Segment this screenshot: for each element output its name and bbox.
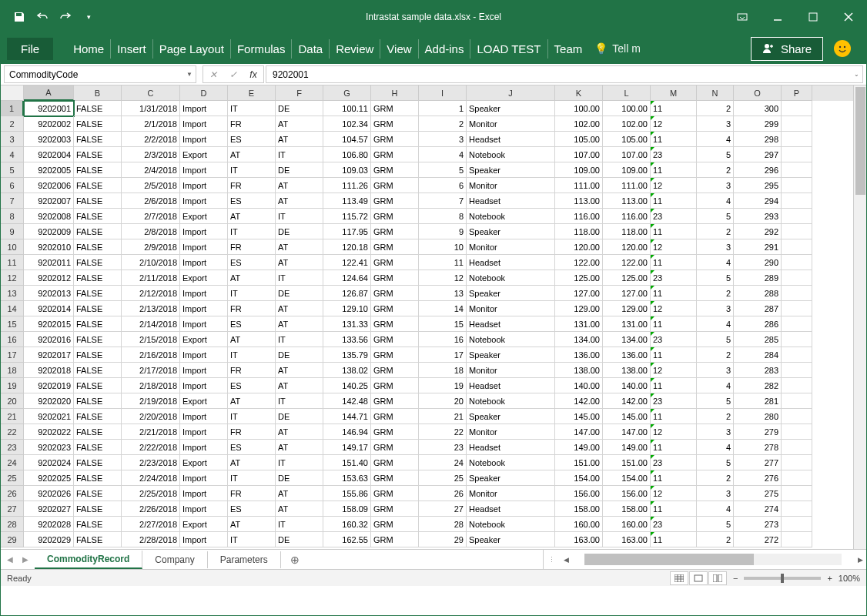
cell[interactable]: 118.00	[603, 224, 651, 239]
scroll-right-button[interactable]: ▶	[854, 556, 866, 564]
column-header-C[interactable]: C	[122, 85, 180, 101]
cell[interactable]: IT	[228, 470, 276, 486]
feedback-button[interactable]	[834, 40, 851, 57]
cell[interactable]: 160.00	[603, 517, 651, 532]
tab-load-test[interactable]: LOAD TEST	[470, 39, 547, 59]
cell[interactable]: GRM	[371, 332, 419, 347]
cell[interactable]: 120.18	[323, 239, 371, 255]
cell[interactable]: FALSE	[74, 116, 122, 132]
cell[interactable]: Speaker	[467, 224, 555, 239]
cell[interactable]: FALSE	[74, 409, 122, 424]
cell[interactable]: GRM	[371, 270, 419, 286]
cell[interactable]: Monitor	[467, 301, 555, 316]
cell[interactable]: Export	[180, 209, 228, 224]
cell[interactable]	[782, 178, 812, 193]
cell[interactable]: 118.00	[555, 224, 603, 239]
cell[interactable]: AT	[276, 116, 323, 132]
cell[interactable]: 9	[419, 224, 467, 239]
cell[interactable]: DE	[276, 224, 323, 239]
cell[interactable]: 16	[419, 332, 467, 347]
cell[interactable]: FR	[228, 178, 276, 193]
cell[interactable]: 5	[697, 332, 734, 347]
cell[interactable]: GRM	[371, 147, 419, 162]
name-box[interactable]: CommodityCode ▼	[4, 65, 196, 83]
cell[interactable]: FALSE	[74, 424, 122, 440]
cell[interactable]: Export	[180, 147, 228, 162]
cell[interactable]: GRM	[371, 363, 419, 378]
cell[interactable]: GRM	[371, 178, 419, 193]
cell[interactable]: GRM	[371, 455, 419, 470]
cell[interactable]: FALSE	[74, 378, 122, 393]
cell[interactable]: GRM	[371, 301, 419, 316]
cell[interactable]: 111.26	[323, 178, 371, 193]
cell[interactable]: Export	[180, 332, 228, 347]
cell[interactable]: GRM	[371, 532, 419, 547]
cell[interactable]: 109.00	[555, 162, 603, 178]
cell[interactable]: 278	[734, 440, 782, 455]
cell[interactable]: 100.00	[555, 101, 603, 116]
cell[interactable]: 2	[697, 409, 734, 424]
cell[interactable]: AT	[276, 301, 323, 316]
row-header[interactable]: 16	[1, 332, 24, 347]
cell[interactable]: 11	[651, 501, 697, 517]
cell[interactable]: Import	[180, 440, 228, 455]
cell[interactable]: Import	[180, 532, 228, 547]
cell[interactable]: DE	[276, 162, 323, 178]
cell[interactable]: Import	[180, 347, 228, 363]
cell[interactable]: GRM	[371, 409, 419, 424]
cell[interactable]: 125.00	[603, 270, 651, 286]
cell[interactable]	[782, 501, 812, 517]
cell[interactable]: GRM	[371, 316, 419, 332]
cell[interactable]: 12	[651, 116, 697, 132]
qat-customize-button[interactable]: ▾	[78, 6, 99, 28]
cell[interactable]: 291	[734, 239, 782, 255]
cell[interactable]: 3	[697, 363, 734, 378]
cell[interactable]: 134.00	[603, 332, 651, 347]
cell[interactable]: FR	[228, 363, 276, 378]
cell[interactable]: 11	[651, 162, 697, 178]
row-header[interactable]: 25	[1, 470, 24, 486]
cell[interactable]: 5	[697, 270, 734, 286]
cell[interactable]: Export	[180, 517, 228, 532]
cell[interactable]: 25	[419, 470, 467, 486]
cell[interactable]: 11	[419, 255, 467, 270]
cell[interactable]: 9202018	[24, 363, 74, 378]
cell[interactable]: 11	[651, 347, 697, 363]
cell[interactable]: IT	[228, 409, 276, 424]
cell[interactable]: 23	[419, 440, 467, 455]
cell[interactable]: 158.00	[603, 501, 651, 517]
cell[interactable]: 289	[734, 270, 782, 286]
cell[interactable]: 104.57	[323, 132, 371, 147]
cell[interactable]: Import	[180, 286, 228, 301]
cell[interactable]: Import	[180, 224, 228, 239]
cell[interactable]: 21	[419, 409, 467, 424]
cell[interactable]: 284	[734, 347, 782, 363]
cell[interactable]: FALSE	[74, 532, 122, 547]
cell[interactable]: 2/11/2018	[122, 270, 180, 286]
cell[interactable]: AT	[276, 316, 323, 332]
cell[interactable]: 106.80	[323, 147, 371, 162]
row-header[interactable]: 20	[1, 393, 24, 409]
cell[interactable]: 290	[734, 255, 782, 270]
cell[interactable]: AT	[228, 209, 276, 224]
cell[interactable]: Export	[180, 270, 228, 286]
cell[interactable]: 9202011	[24, 255, 74, 270]
cell[interactable]: AT	[276, 255, 323, 270]
cell[interactable]: 2/8/2018	[122, 224, 180, 239]
cell[interactable]: 2/25/2018	[122, 486, 180, 501]
cell[interactable]	[782, 532, 812, 547]
cell[interactable]: 2/27/2018	[122, 517, 180, 532]
tab-page-layout[interactable]: Page Layout	[153, 39, 231, 59]
cell[interactable]: 124.64	[323, 270, 371, 286]
cell[interactable]: AT	[228, 147, 276, 162]
row-header[interactable]: 5	[1, 162, 24, 178]
cell[interactable]: DE	[276, 470, 323, 486]
cell[interactable]: Import	[180, 424, 228, 440]
cell[interactable]: 274	[734, 501, 782, 517]
cell[interactable]: 100.11	[323, 101, 371, 116]
cell[interactable]	[782, 470, 812, 486]
cell[interactable]: 138.02	[323, 363, 371, 378]
cell[interactable]: 9202021	[24, 409, 74, 424]
cell[interactable]: 9202012	[24, 270, 74, 286]
cell[interactable]: 9202026	[24, 486, 74, 501]
